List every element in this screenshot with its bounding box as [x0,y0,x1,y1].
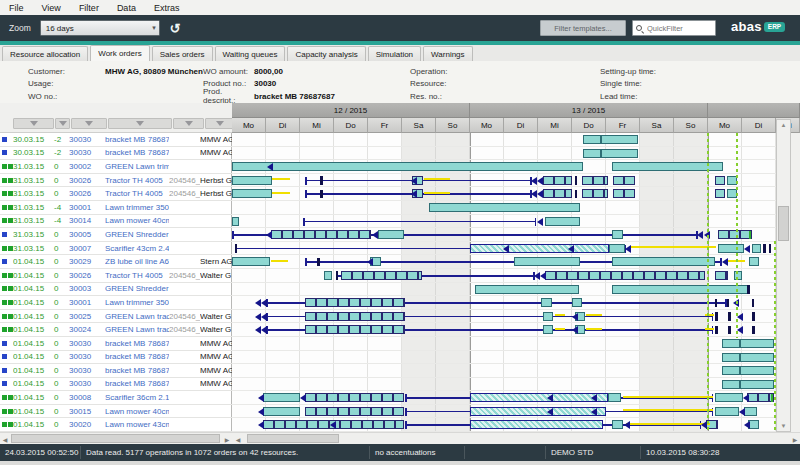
milestone-arrow-icon[interactable] [744,245,750,253]
table-row[interactable]: 31.03.15030005GREEN Shredder 2 [0,228,232,242]
milestone-arrow-icon[interactable] [537,218,543,226]
milestone-arrow-icon[interactable] [330,421,336,429]
operation-bar[interactable] [543,312,553,321]
operation-bar-segmented[interactable] [305,393,404,402]
tab-warnings[interactable]: Warnings [423,46,473,61]
milestone-arrow-icon[interactable] [540,272,546,280]
operation-bar[interactable] [722,366,741,375]
milestone-arrow-icon[interactable] [372,231,378,239]
operation-bar-hatched[interactable] [470,420,603,429]
table-row[interactable]: 01.04.15030001Lawn trimmer 350 [0,296,232,310]
table-row[interactable]: 01.04.15030003GREEN Shredder 2 [0,283,232,297]
gantt-row[interactable] [232,187,776,201]
operation-bar[interactable] [232,162,583,171]
table-row[interactable]: 31.03.15030007Scarifier 43cm 2.4 [0,242,232,256]
milestone-arrow-icon[interactable] [367,258,373,266]
operation-bar-segmented[interactable] [271,230,371,239]
zoom-select[interactable]: 16 days ▾ [40,20,160,36]
operation-bar[interactable] [722,353,741,362]
gantt-row[interactable] [232,283,776,297]
menu-item-filter[interactable]: Filter [70,3,108,13]
operation-bar[interactable] [232,189,272,198]
gantt-row[interactable] [232,147,776,161]
milestone-arrow-icon[interactable] [261,299,267,307]
gantt-row[interactable] [232,242,776,256]
operation-bar[interactable] [612,257,715,266]
table-row[interactable]: 01.04.15030030bracket MB 78687MMW AG [0,351,232,365]
tab-waiting-queues[interactable]: Waiting queues [215,46,286,61]
gantt-row[interactable] [232,378,776,392]
operation-bar-hatched[interactable] [470,244,609,253]
table-row[interactable]: 01.04.15030024GREEN Lawn tract204546_27W… [0,323,232,337]
column-filter-button[interactable] [55,118,70,129]
table-row[interactable]: 01.04.15030025GREEN Lawn tract204546_28W… [0,310,232,324]
gantt-row[interactable] [232,351,776,365]
gantt-scroll-thumb[interactable] [247,434,339,443]
table-row[interactable]: 01.04.15030020Lawn mower 43cm [0,418,232,432]
operation-bar[interactable] [722,380,741,389]
operation-bar[interactable] [475,285,579,294]
gantt-row[interactable] [232,174,776,188]
filter-templates-button[interactable]: Filter templates... [540,20,626,36]
operation-bar[interactable] [572,298,582,307]
operation-bar-segmented[interactable] [341,271,423,280]
table-row[interactable]: 01.04.15030015Lawn mower 40cm [0,405,232,419]
milestone-arrow-icon[interactable] [547,394,553,402]
operation-bar[interactable] [609,244,625,253]
operation-bar[interactable] [612,420,623,429]
operation-bar[interactable] [541,298,551,307]
milestone-arrow-icon[interactable] [531,177,537,185]
gantt-row[interactable] [232,201,776,215]
operation-bar-segmented[interactable] [715,189,725,198]
column-filter-button[interactable] [205,118,235,129]
vertical-scroll-thumb[interactable] [778,206,789,241]
table-row[interactable]: 01.04.15030026Tractor TH 4005204546_29Wa… [0,269,232,283]
milestone-arrow-icon[interactable] [258,408,264,416]
tab-capacity-analysis[interactable]: Capacity analysis [287,46,365,61]
gantt-row[interactable] [232,215,776,229]
column-filter-button[interactable] [13,118,54,129]
milestone-arrow-icon[interactable] [258,394,264,402]
gantt-row[interactable] [232,310,776,324]
milestone-arrow-icon[interactable] [568,245,574,253]
operation-bar[interactable] [744,407,758,416]
milestone-arrow-icon[interactable] [701,421,707,429]
gantt-row[interactable] [232,228,776,242]
gantt-row[interactable] [232,337,776,351]
operation-bar[interactable] [583,135,601,144]
milestone-arrow-icon[interactable] [258,421,264,429]
milestone-arrow-icon[interactable] [503,245,509,253]
milestone-arrow-icon[interactable] [261,313,267,321]
column-filter-button[interactable] [71,118,107,129]
operation-bar[interactable] [715,393,743,402]
milestone-arrow-icon[interactable] [722,258,728,266]
gantt-row[interactable] [232,269,776,283]
operation-bar[interactable] [324,271,332,280]
scroll-up-icon[interactable]: ▲ [777,120,790,130]
table-row[interactable]: 01.04.15030008Scarifier 36cm 2.1 [0,391,232,405]
operation-bar-segmented[interactable] [715,176,725,185]
operation-bar-segmented[interactable] [543,176,572,185]
gantt-row[interactable] [232,323,776,337]
table-row[interactable]: 31.03.15030026Tractor TH 4005204546_15He… [0,174,232,188]
milestone-arrow-icon[interactable] [624,421,630,429]
table-scroll-thumb[interactable] [11,434,220,443]
milestone-arrow-icon[interactable] [591,394,597,402]
operation-bar[interactable] [740,339,774,348]
menu-item-view[interactable]: View [33,3,70,13]
milestone-arrow-icon[interactable] [591,408,597,416]
operation-bar[interactable] [543,325,553,334]
tab-sales-orders[interactable]: Sales orders [152,46,213,61]
milestone-arrow-icon[interactable] [531,190,537,198]
milestone-arrow-icon[interactable] [697,231,703,239]
operation-bar[interactable] [740,380,774,389]
scroll-down-icon[interactable]: ▼ [777,421,790,431]
operation-bar[interactable] [232,217,239,226]
milestone-arrow-icon[interactable] [261,326,267,334]
milestone-arrow-icon[interactable] [411,190,417,198]
operation-bar[interactable] [722,339,741,348]
gantt-vertical-scrollbar[interactable]: ▲ ▼ [776,119,791,432]
tab-resource-allocation[interactable]: Resource allocation [2,46,88,61]
table-row[interactable]: 01.04.15030030bracket MB 78687MMW AG [0,337,232,351]
operation-bar[interactable] [232,176,272,185]
